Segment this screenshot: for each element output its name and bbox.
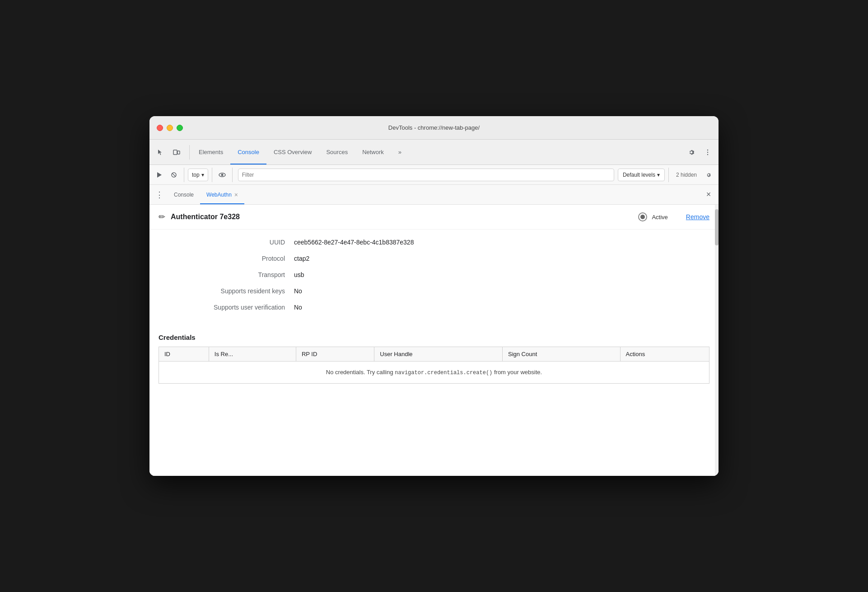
properties-grid: UUID ceeb5662-8e27-4e47-8ebc-4c1b8387e32… <box>149 230 719 329</box>
console-divider <box>184 168 184 182</box>
authenticator-header: ✏ Authenticator 7e328 Active Remove <box>149 205 719 230</box>
col-id: ID <box>159 347 209 362</box>
more-options-button[interactable] <box>700 145 715 160</box>
console-divider4 <box>668 168 669 182</box>
settings-button[interactable] <box>684 145 699 160</box>
titlebar: DevTools - chrome://new-tab-page/ <box>149 116 719 140</box>
transport-row: Transport usb <box>168 271 700 278</box>
levels-button[interactable]: Default levels ▾ <box>618 169 665 181</box>
tab-close-icon[interactable]: × <box>234 192 238 198</box>
code-sample: navigator.credentials.create() <box>395 370 492 376</box>
resident-keys-value: No <box>294 287 302 295</box>
svg-point-9 <box>221 174 223 176</box>
svg-line-7 <box>172 173 176 177</box>
uuid-row: UUID ceeb5662-8e27-4e47-8ebc-4c1b8387e32… <box>168 239 700 246</box>
secondary-tabs: ⋮ Console WebAuthn × × <box>149 185 719 205</box>
devtools-window: DevTools - chrome://new-tab-page/ <box>149 116 719 476</box>
window-title: DevTools - chrome://new-tab-page/ <box>388 124 480 131</box>
col-isre: Is Re... <box>209 347 296 362</box>
scroll-thumb[interactable] <box>715 209 719 245</box>
authenticator-title: Authenticator 7e328 <box>171 213 638 221</box>
active-label: Active <box>652 214 667 221</box>
user-verification-row: Supports user verification No <box>168 304 700 311</box>
devtools-chrome: Elements Console CSS Overview Sources Ne… <box>149 140 719 476</box>
remove-link[interactable]: Remove <box>686 213 709 221</box>
table-header-row: ID Is Re... RP ID User Handle Sign Count… <box>159 347 709 362</box>
no-credentials-cell: No credentials. Try calling navigator.cr… <box>159 362 709 384</box>
scroll-track <box>715 205 719 476</box>
svg-rect-0 <box>173 150 177 155</box>
col-signcount: Sign Count <box>502 347 620 362</box>
credentials-section: Credentials ID Is Re... RP ID User Handl… <box>149 329 719 393</box>
no-credentials-row: No credentials. Try calling navigator.cr… <box>159 362 709 384</box>
radio-inner <box>640 215 645 219</box>
protocol-row: Protocol ctap2 <box>168 255 700 262</box>
tab-css-overview[interactable]: CSS Overview <box>266 140 319 164</box>
minimize-button[interactable] <box>167 125 173 131</box>
traffic-lights <box>157 125 183 131</box>
svg-marker-5 <box>157 172 162 178</box>
tab-sources[interactable]: Sources <box>319 140 355 164</box>
user-verification-label: Supports user verification <box>168 304 294 311</box>
run-icon-button[interactable] <box>153 169 166 181</box>
panel-close-button[interactable]: × <box>702 188 715 201</box>
protocol-label: Protocol <box>168 255 294 262</box>
uuid-value: ceeb5662-8e27-4e47-8ebc-4c1b8387e328 <box>294 239 414 246</box>
credentials-table: ID Is Re... RP ID User Handle Sign Count… <box>159 347 709 384</box>
main-tabs: Elements Console CSS Overview Sources Ne… <box>191 140 684 164</box>
col-rpid: RP ID <box>296 347 374 362</box>
main-content: ✏ Authenticator 7e328 Active Remove UUID… <box>149 205 719 476</box>
protocol-value: ctap2 <box>294 255 309 262</box>
console-divider3 <box>232 168 233 182</box>
tab-more[interactable]: » <box>391 140 409 164</box>
context-selector[interactable]: top ▾ <box>188 169 208 181</box>
svg-point-2 <box>707 149 708 150</box>
tab-network[interactable]: Network <box>355 140 391 164</box>
credentials-title: Credentials <box>159 334 709 341</box>
uuid-label: UUID <box>168 239 294 246</box>
col-userhandle: User Handle <box>374 347 503 362</box>
cursor-icon-button[interactable] <box>153 145 168 160</box>
col-actions: Actions <box>620 347 709 362</box>
close-button[interactable] <box>157 125 163 131</box>
radio-button[interactable] <box>638 212 647 221</box>
hidden-count: 2 hidden <box>672 172 700 178</box>
clear-icon-button[interactable] <box>168 169 180 181</box>
transport-value: usb <box>294 271 304 278</box>
console-divider2 <box>212 168 212 182</box>
top-toolbar: Elements Console CSS Overview Sources Ne… <box>149 140 719 165</box>
eye-icon-button[interactable] <box>216 169 229 181</box>
maximize-button[interactable] <box>177 125 183 131</box>
svg-point-3 <box>707 151 708 152</box>
transport-label: Transport <box>168 271 294 278</box>
svg-point-4 <box>707 154 708 155</box>
toolbar-right <box>684 145 715 160</box>
resident-keys-row: Supports resident keys No <box>168 287 700 295</box>
console-toolbar: top ▾ Default levels ▾ 2 hidden <box>149 165 719 185</box>
toolbar-divider <box>189 145 190 160</box>
active-indicator: Active <box>638 212 667 221</box>
content-wrapper: ✏ Authenticator 7e328 Active Remove UUID… <box>149 205 719 476</box>
user-verification-value: No <box>294 304 302 311</box>
toolbar-icons <box>153 145 184 160</box>
svg-rect-1 <box>177 151 180 154</box>
edit-icon[interactable]: ✏ <box>159 212 165 222</box>
sec-tab-console[interactable]: Console <box>168 185 200 204</box>
no-credentials-text: No credentials. Try calling navigator.cr… <box>326 369 542 376</box>
tab-elements[interactable]: Elements <box>191 140 230 164</box>
tab-console[interactable]: Console <box>230 140 266 164</box>
resident-keys-label: Supports resident keys <box>168 287 294 295</box>
filter-input[interactable] <box>238 169 614 181</box>
console-settings-button[interactable] <box>702 169 715 181</box>
tab-menu-button[interactable]: ⋮ <box>153 188 166 201</box>
device-toggle-button[interactable] <box>169 145 184 160</box>
sec-tab-webauthn[interactable]: WebAuthn × <box>200 185 244 204</box>
